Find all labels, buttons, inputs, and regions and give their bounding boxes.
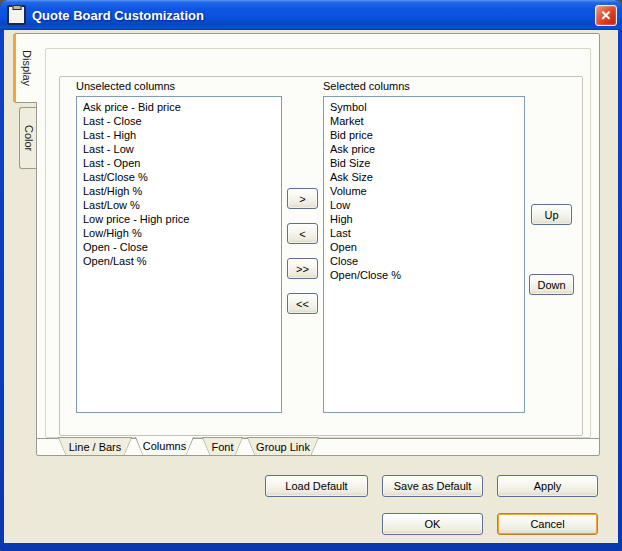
move-left-button[interactable]: <	[287, 223, 318, 244]
list-item[interactable]: Ask price	[324, 142, 524, 156]
tab-font-label: Font	[211, 441, 233, 453]
list-item[interactable]: Symbol	[324, 100, 524, 114]
move-all-right-button[interactable]: >>	[287, 258, 318, 279]
move-all-left-button[interactable]: <<	[287, 293, 318, 314]
ok-button[interactable]: OK	[382, 513, 483, 535]
close-button[interactable]: ✕	[595, 5, 617, 26]
unselected-columns-label: Unselected columns	[76, 80, 175, 92]
list-item[interactable]: Last/Close %	[77, 170, 281, 184]
tab-group-link-label: Group Link	[256, 441, 310, 453]
list-item[interactable]: Last - Low	[77, 142, 281, 156]
save-as-default-button[interactable]: Save as Default	[382, 475, 483, 497]
tab-group-link[interactable]: Group Link	[247, 437, 319, 456]
list-item[interactable]: Low	[324, 198, 524, 212]
clipboard-clip	[12, 5, 21, 10]
display-tab-panel: Unselected columns Selected columns Ask …	[36, 33, 600, 456]
selected-columns-label: Selected columns	[323, 80, 410, 92]
list-item[interactable]: Open/Close %	[324, 268, 524, 282]
list-item[interactable]: Open	[324, 240, 524, 254]
apply-button[interactable]: Apply	[497, 475, 598, 497]
down-button[interactable]: Down	[529, 274, 574, 295]
list-item[interactable]: Bid price	[324, 128, 524, 142]
tab-display-label: Display	[21, 50, 33, 86]
list-item[interactable]: Bid Size	[324, 156, 524, 170]
tab-line-bars-label: Line / Bars	[69, 441, 122, 453]
list-item[interactable]: Last - Close	[77, 114, 281, 128]
tab-display[interactable]: Display	[13, 33, 37, 103]
list-item[interactable]: Low/High %	[77, 226, 281, 240]
move-right-button[interactable]: >	[287, 188, 318, 209]
list-item[interactable]: Open - Close	[77, 240, 281, 254]
tab-columns[interactable]: Columns	[135, 437, 194, 456]
list-item[interactable]: Last - Open	[77, 156, 281, 170]
list-item[interactable]: Open/Last %	[77, 254, 281, 268]
list-item[interactable]: Last	[324, 226, 524, 240]
window-title: Quote Board Customization	[32, 8, 595, 23]
dialog-body: Display Color Unselected columns Selecte…	[4, 30, 618, 543]
selected-columns-list[interactable]: SymbolMarketBid priceAsk priceBid SizeAs…	[323, 96, 525, 413]
close-icon: ✕	[601, 8, 612, 23]
list-item[interactable]: Low price - High price	[77, 212, 281, 226]
tab-line-bars[interactable]: Line / Bars	[58, 437, 132, 456]
list-item[interactable]: Last/High %	[77, 184, 281, 198]
up-button[interactable]: Up	[531, 204, 572, 225]
list-item[interactable]: Market	[324, 114, 524, 128]
list-item[interactable]: Ask Size	[324, 170, 524, 184]
list-item[interactable]: Last/Low %	[77, 198, 281, 212]
list-item[interactable]: Close	[324, 254, 524, 268]
cancel-button[interactable]: Cancel	[497, 513, 598, 535]
tab-color[interactable]: Color	[19, 107, 37, 169]
load-default-button[interactable]: Load Default	[265, 475, 368, 497]
list-item[interactable]: Last - High	[77, 128, 281, 142]
tab-columns-label: Columns	[143, 440, 186, 452]
clipboard-icon	[7, 5, 26, 25]
list-item[interactable]: High	[324, 212, 524, 226]
unselected-columns-list[interactable]: Ask price - Bid priceLast - CloseLast - …	[76, 96, 282, 413]
tab-color-label: Color	[23, 125, 35, 151]
list-item[interactable]: Volume	[324, 184, 524, 198]
list-item[interactable]: Ask price - Bid price	[77, 100, 281, 114]
dialog-window: Quote Board Customization ✕ Display Colo…	[0, 0, 622, 551]
titlebar[interactable]: Quote Board Customization ✕	[0, 0, 622, 30]
